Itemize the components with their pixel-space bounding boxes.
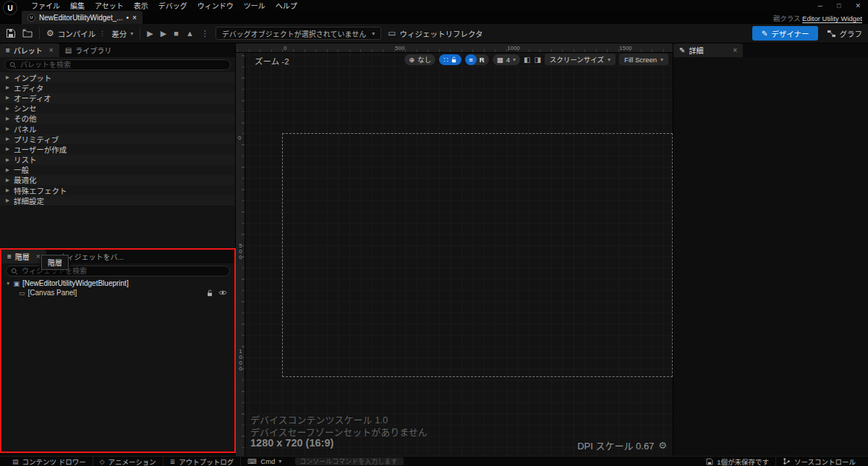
output-log-icon: ≣ — [170, 458, 176, 465]
stop-button[interactable]: ■ — [174, 29, 179, 38]
palette-search-input[interactable] — [20, 61, 226, 69]
content-drawer-button[interactable]: ▤ コンテンツ ドロワー — [6, 457, 93, 466]
rotation-grid-label[interactable]: R — [480, 56, 485, 64]
frame-advance-button[interactable]: ▶ — [161, 29, 166, 38]
tab-library[interactable]: ▤ ライブラリ — [59, 43, 117, 57]
hierarchy-panel-header: ≡ 階層 × ≡ ウィジェットをバ... — [1, 250, 234, 263]
tree-row-canvas-panel[interactable]: ▭ [Canvas Panel] — [1, 288, 234, 297]
outline-mode-icon[interactable]: ≡ — [465, 54, 477, 65]
localization-preview-dropdown[interactable]: ⊕ なし — [404, 54, 435, 65]
document-tab-label: NewEditorUtilityWidget_... — [39, 14, 123, 22]
palette-searchbox[interactable] — [4, 59, 231, 70]
zoom-level-label: ズーム -2 — [255, 55, 289, 67]
parent-class-link[interactable]: Editor Utility Widget — [802, 14, 862, 22]
resolution-label: 1280 x 720 (16:9) — [250, 437, 333, 449]
debug-object-dropdown[interactable]: デバッグオブジェクトが選択されていません ▾ — [216, 27, 381, 40]
palette-panel: ≡ パレット × ▤ ライブラリ ▶インプット ▶エディタ ▶オーディオ ▶シン… — [0, 43, 236, 249]
tab-close-icon[interactable]: × — [132, 14, 137, 22]
close-icon[interactable]: × — [49, 46, 54, 54]
lock-icon[interactable] — [206, 289, 213, 297]
tab-hierarchy[interactable]: ≡ 階層 × — [1, 250, 46, 263]
tab-palette[interactable]: ≡ パレット × — [0, 43, 59, 57]
menu-edit[interactable]: 編集 — [65, 0, 90, 11]
hierarchy-panel: ≡ 階層 × ≡ ウィジェットをバ... ▼ ▣ [NewEditorUtili… — [1, 250, 234, 452]
close-button[interactable]: ✕ — [855, 2, 861, 9]
flow-direction-icon[interactable]: ◨ — [534, 56, 540, 64]
menu-help[interactable]: ヘルプ — [271, 0, 302, 11]
close-icon[interactable]: × — [733, 46, 737, 54]
document-tab[interactable]: U NewEditorUtilityWidget_... • × — [22, 11, 142, 24]
menu-debug[interactable]: デバッグ — [153, 0, 192, 11]
preview-background-icon[interactable]: ◧ — [524, 56, 530, 64]
play-button[interactable]: ▶ — [147, 29, 153, 38]
output-log-button[interactable]: ≣ アウトプットログ — [163, 457, 242, 466]
palette-category[interactable]: ▶詳細設定 — [0, 195, 235, 206]
close-icon[interactable]: × — [36, 253, 41, 260]
source-control-button[interactable]: ソースコントロール — [776, 457, 862, 466]
chevron-down-icon: ▾ — [660, 56, 663, 63]
hierarchy-searchbox[interactable] — [6, 266, 230, 276]
gear-icon[interactable]: ⚙ — [658, 440, 667, 451]
compile-button[interactable]: ⚙ コンパイル ⋮ — [46, 28, 105, 39]
browse-asset-icon[interactable] — [22, 28, 33, 38]
cmd-dropdown[interactable]: ⌨ Cmd ▾ — [241, 457, 288, 466]
palette-category[interactable]: ▶その他 — [0, 114, 235, 124]
eye-icon[interactable] — [218, 289, 227, 296]
palette-category[interactable]: ▶リスト — [0, 155, 235, 165]
animation-icon: ◇ — [100, 458, 105, 465]
palette-panel-header: ≡ パレット × ▤ ライブラリ — [0, 43, 235, 57]
content-drawer-icon: ▤ — [12, 458, 19, 465]
canvas-panel-icon: ▭ — [19, 289, 25, 297]
designer-viewport[interactable]: 0 500 1000 1500 0 500 1000 ズーム -2 ⊕ なし ∷… — [236, 43, 673, 456]
palette-category[interactable]: ▶オーディオ — [0, 93, 235, 103]
play-options-icon[interactable]: ⋮ — [201, 29, 209, 38]
diff-button[interactable]: 差分 ▾ — [111, 28, 133, 39]
console-command-input[interactable] — [295, 457, 404, 465]
chevron-down-icon[interactable]: ▼ — [6, 281, 10, 286]
tree-row-root[interactable]: ▼ ▣ [NewEditorUtilityWidgetBlueprint] — [1, 279, 234, 288]
eject-button[interactable]: ▲ — [186, 29, 194, 38]
status-bar: ▤ コンテンツ ドロワー ◇ アニメーション ≣ アウトプットログ ⌨ Cmd … — [0, 456, 868, 466]
menu-asset[interactable]: アセット — [90, 0, 129, 11]
transform-mode-group[interactable]: ≡ R — [465, 54, 488, 65]
designer-mode-button[interactable]: ✎ デザイナー — [752, 26, 817, 41]
palette-category[interactable]: ▶特殊エフェクト — [0, 185, 235, 195]
palette-category[interactable]: ▶インプット — [0, 72, 235, 82]
maximize-button[interactable]: □ — [837, 2, 841, 9]
palette-search-bar — [0, 57, 235, 72]
globe-icon: ⊕ — [409, 56, 414, 64]
hierarchy-tree: ▼ ▣ [NewEditorUtilityWidgetBlueprint] ▭ … — [1, 279, 234, 297]
menu-tools[interactable]: ツール — [239, 0, 271, 11]
graph-mode-button[interactable]: グラフ — [827, 28, 863, 39]
tab-details[interactable]: ✎ 詳細 × — [673, 43, 743, 57]
palette-category[interactable]: ▶最適化 — [0, 175, 235, 185]
parent-class-info: 親クラス Editor Utility Widget — [773, 13, 862, 23]
animation-button[interactable]: ◇ アニメーション — [93, 457, 163, 466]
palette-category-list: ▶インプット ▶エディタ ▶オーディオ ▶シンセ ▶その他 ▶パネル ▶プリミテ… — [0, 72, 235, 206]
list-icon: ≡ — [7, 253, 12, 260]
fill-screen-dropdown[interactable]: Fill Screen ▾ — [619, 54, 668, 65]
palette-category[interactable]: ▶プリミティブ — [0, 134, 235, 144]
minimize-button[interactable]: ─ — [818, 2, 822, 9]
palette-category[interactable]: ▶ユーザーが作成 — [0, 144, 235, 154]
palette-category[interactable]: ▶エディタ — [0, 82, 235, 93]
unsaved-status-button[interactable]: 1個が未保存です — [699, 457, 776, 466]
chevron-right-icon: ▶ — [6, 95, 9, 101]
chevron-right-icon: ▶ — [6, 116, 9, 122]
save-icon[interactable] — [6, 28, 16, 38]
menu-file[interactable]: ファイル — [26, 0, 65, 11]
compile-options-icon[interactable]: ⋮ — [99, 30, 105, 37]
menu-window[interactable]: ウィンドウ — [192, 0, 239, 11]
screen-size-dropdown[interactable]: スクリーンサイズ ▾ — [545, 54, 616, 65]
grid-snap-toggle[interactable]: ∷ — [439, 54, 461, 65]
design-canvas-outline — [282, 133, 673, 377]
widget-reflector-button[interactable]: ▭ ウィジェットリフレクタ — [388, 28, 482, 39]
palette-category[interactable]: ▶パネル — [0, 124, 235, 134]
menu-view[interactable]: 表示 — [129, 0, 153, 11]
grid-size-dropdown[interactable]: ▦ 4 ▾ — [493, 54, 520, 65]
document-tab-bar: U NewEditorUtilityWidget_... • × — [0, 11, 868, 24]
menu-bar: ファイル 編集 アセット 表示 デバッグ ウィンドウ ツール ヘルプ — [0, 0, 868, 11]
horizontal-ruler: 0 500 1000 1500 — [236, 43, 673, 53]
palette-category[interactable]: ▶一般 — [0, 165, 235, 175]
palette-category[interactable]: ▶シンセ — [0, 103, 235, 114]
